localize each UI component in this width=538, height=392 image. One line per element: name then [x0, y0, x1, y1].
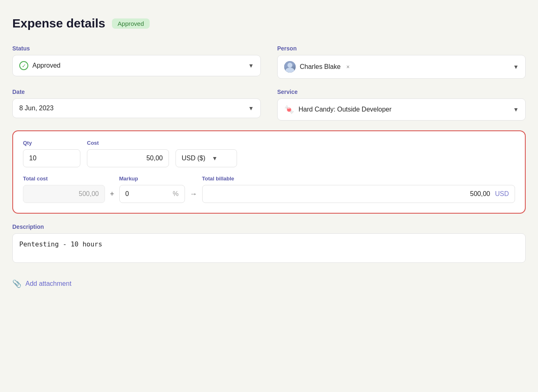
arrow-operator: →: [190, 190, 197, 198]
avatar: [284, 61, 296, 73]
status-select-inner: ✓ Approved: [19, 61, 245, 70]
totals-row: Total cost + Markup 0 % → Total billable…: [23, 175, 515, 203]
add-attachment-row[interactable]: 📎 Add attachment: [12, 279, 526, 288]
service-select-inner: 🍬 Hard Candy: Outside Developer: [284, 105, 510, 114]
person-label: Person: [277, 45, 526, 52]
cost-group: Cost: [87, 140, 169, 167]
total-billable-label: Total billable: [202, 175, 515, 182]
total-cost-group: Total cost: [23, 175, 105, 203]
total-billable-group: Total billable 500,00 USD: [202, 175, 515, 203]
person-chevron-icon: ▼: [513, 64, 519, 70]
date-select-inner: 8 Jun, 2023: [19, 105, 245, 112]
percent-icon: %: [173, 190, 178, 198]
header-row: Expense details Approved: [12, 16, 526, 30]
cost-input[interactable]: [87, 149, 169, 167]
qty-input[interactable]: [23, 149, 80, 167]
total-billable-value: 500,00: [470, 190, 490, 198]
service-emoji-icon: 🍬: [284, 105, 294, 114]
person-value: Charles Blake: [300, 63, 341, 71]
service-value: Hard Candy: Outside Developer: [299, 106, 392, 113]
service-group: Service 🍬 Hard Candy: Outside Developer …: [277, 89, 526, 121]
markup-label: Markup: [119, 175, 185, 182]
page-container: Expense details Approved Status ✓ Approv…: [0, 0, 538, 392]
total-billable-input: 500,00 USD: [202, 185, 515, 203]
service-label: Service: [277, 89, 526, 95]
total-cost-label: Total cost: [23, 175, 105, 182]
markup-group: Markup 0 %: [119, 175, 185, 203]
qty-label: Qty: [23, 140, 80, 146]
cost-label: Cost: [87, 140, 169, 146]
status-chevron-icon: ▼: [248, 62, 254, 69]
person-group: Person Charles Blake × ▼: [277, 45, 526, 79]
check-circle-icon: ✓: [19, 61, 28, 70]
currency-chevron-icon: ▼: [212, 155, 218, 162]
date-value: 8 Jun, 2023: [19, 105, 54, 112]
paperclip-icon: 📎: [12, 279, 21, 288]
person-close-icon[interactable]: ×: [347, 64, 350, 70]
service-select[interactable]: 🍬 Hard Candy: Outside Developer ▼: [277, 98, 526, 121]
status-badge: Approved: [112, 18, 150, 29]
status-value: Approved: [32, 62, 61, 69]
add-attachment-label: Add attachment: [25, 280, 71, 287]
description-section: Description Pentesting - 10 hours: [12, 223, 526, 264]
total-billable-currency: USD: [495, 190, 509, 198]
date-label: Date: [12, 89, 261, 95]
form-grid: Status ✓ Approved ▼ Person Charles Blake…: [12, 45, 526, 288]
total-cost-input: [23, 185, 105, 203]
person-select[interactable]: Charles Blake × ▼: [277, 55, 526, 79]
currency-select[interactable]: USD ($) ▼: [176, 149, 237, 167]
markup-value: 0: [125, 190, 129, 198]
status-label: Status: [12, 45, 261, 52]
plus-operator: +: [110, 190, 114, 198]
qty-group: Qty: [23, 140, 80, 167]
date-select[interactable]: 8 Jun, 2023 ▼: [12, 98, 261, 118]
currency-value: USD ($): [182, 155, 205, 162]
description-textarea[interactable]: Pentesting - 10 hours: [12, 233, 526, 263]
avatar-inner: [284, 61, 296, 73]
status-select[interactable]: ✓ Approved ▼: [12, 55, 261, 76]
status-group: Status ✓ Approved ▼: [12, 45, 261, 79]
qty-cost-section: Qty Cost USD ($) ▼ Total cost +: [12, 130, 526, 214]
service-chevron-icon: ▼: [513, 106, 519, 113]
date-chevron-icon: ▼: [248, 105, 254, 112]
person-select-inner: Charles Blake ×: [284, 61, 510, 73]
description-label: Description: [12, 223, 526, 230]
markup-input-wrapper[interactable]: 0 %: [119, 185, 185, 203]
page-title: Expense details: [12, 16, 105, 30]
date-group: Date 8 Jun, 2023 ▼: [12, 89, 261, 121]
qty-cost-row: Qty Cost USD ($) ▼: [23, 139, 515, 167]
